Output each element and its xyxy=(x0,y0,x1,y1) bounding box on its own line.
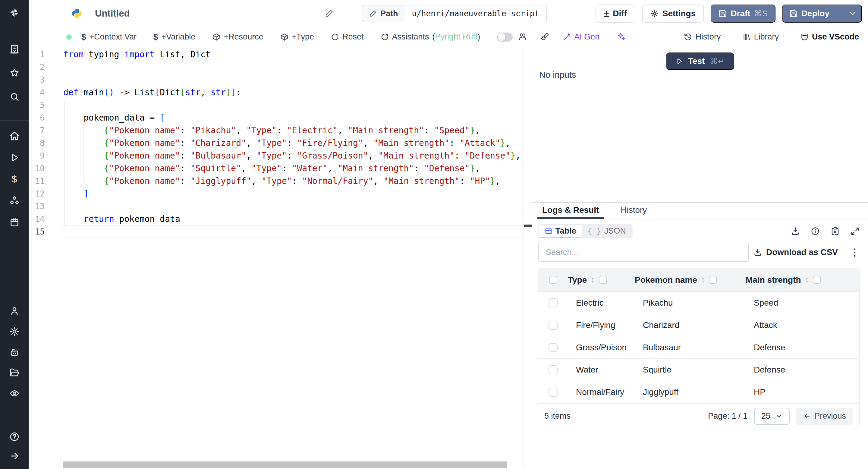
deploy-label: Deploy xyxy=(801,9,830,19)
favorites-star-icon[interactable] xyxy=(9,67,20,79)
column-header-main-strength[interactable]: Main strength ↕ xyxy=(746,275,859,285)
copy-clipboard-icon[interactable] xyxy=(831,227,840,236)
run-panel: Test ⌘↵ No inputs Logs & Result History xyxy=(532,47,868,469)
sort-icon[interactable]: ↕ xyxy=(701,275,705,285)
items-count: 5 items xyxy=(544,411,570,421)
expand-icon[interactable] xyxy=(850,227,860,236)
row-checkbox[interactable] xyxy=(549,343,558,352)
more-options-kebab-icon[interactable]: ⋮ xyxy=(850,247,860,257)
download-csv-button[interactable]: Download as CSV xyxy=(753,247,838,257)
code-line[interactable] xyxy=(63,61,521,73)
ai-gen-button[interactable]: AI Gen xyxy=(563,32,599,41)
column-header-type[interactable]: Type ↕ xyxy=(568,275,635,285)
format-brush-icon[interactable] xyxy=(540,32,550,42)
table-grid-icon xyxy=(545,227,553,235)
tab-logs-result[interactable]: Logs & Result xyxy=(537,203,604,219)
history-button[interactable]: History xyxy=(684,32,721,41)
sort-icon[interactable]: ↕ xyxy=(591,275,595,285)
multiplayer-users-icon[interactable] xyxy=(518,32,527,42)
result-tabs: Logs & Result History xyxy=(532,203,868,219)
dollar-icon: $ xyxy=(153,32,158,42)
row-checkbox[interactable] xyxy=(549,387,558,397)
add-type-button[interactable]: +Type xyxy=(280,32,314,41)
audit-logs-eye-icon[interactable] xyxy=(9,388,20,399)
code-line[interactable]: return pokemon_data xyxy=(63,213,521,225)
reset-button[interactable]: Reset xyxy=(331,32,364,41)
test-button[interactable]: Test ⌘↵ xyxy=(666,53,734,70)
path-value[interactable]: u/henri/maneuverable_script xyxy=(405,5,547,22)
diff-button[interactable]: ± Diff xyxy=(595,4,635,23)
assistants-button[interactable]: Assistants (Pyright Ruff) xyxy=(381,32,480,41)
runs-play-icon[interactable] xyxy=(9,152,20,163)
code-editor[interactable]: 123456789101112131415 from typing import… xyxy=(29,47,524,469)
schedules-calendar-icon[interactable] xyxy=(9,217,20,228)
add-resource-button[interactable]: +Resource xyxy=(212,32,263,41)
row-checkbox[interactable] xyxy=(549,321,558,330)
line-number: 12 xyxy=(29,187,44,200)
code-line[interactable]: {"Pokemon name": "Bulbasaur", "Type": "G… xyxy=(63,150,521,162)
result-search-input[interactable] xyxy=(538,243,749,262)
row-checkbox[interactable] xyxy=(549,299,558,307)
workspace-building-icon[interactable] xyxy=(9,44,20,55)
settings-button[interactable]: Settings xyxy=(642,4,704,23)
windmill-logo-icon[interactable] xyxy=(9,7,20,18)
splitter-handle[interactable] xyxy=(524,224,532,227)
sort-icon[interactable]: ↕ xyxy=(805,275,809,285)
script-path-widget[interactable]: Path u/henri/maneuverable_script xyxy=(362,5,547,22)
multiplayer-toggle[interactable] xyxy=(497,33,513,41)
view-table-button[interactable]: Table xyxy=(539,225,582,237)
table-body: ElectricPikachuSpeedFire/FlyingCharizard… xyxy=(538,292,859,403)
library-button[interactable]: Library xyxy=(742,32,779,41)
horizontal-scrollbar[interactable] xyxy=(63,462,507,468)
code-line[interactable]: from typing import List, Dict xyxy=(63,48,521,61)
search-icon[interactable] xyxy=(9,91,20,102)
deploy-button[interactable]: Deploy xyxy=(782,4,862,23)
add-variable-button[interactable]: $ +Variable xyxy=(153,32,195,42)
deploy-dropdown-toggle[interactable] xyxy=(844,5,861,22)
select-all-checkbox[interactable] xyxy=(549,276,557,284)
row-checkbox[interactable] xyxy=(549,365,558,374)
expand-sidebar-arrow-icon[interactable] xyxy=(9,450,20,462)
draft-button[interactable]: Draft ⌘S xyxy=(711,4,775,23)
code-line[interactable] xyxy=(63,225,521,238)
code-line[interactable] xyxy=(63,99,521,112)
code-line[interactable]: {"Pokemon name": "Jigglypuff", "Type": "… xyxy=(63,175,521,187)
code-line[interactable] xyxy=(63,200,521,213)
code-line[interactable]: pokemon_data = [ xyxy=(63,112,521,124)
previous-page-button[interactable]: Previous xyxy=(796,408,853,425)
dollar-icon: $ xyxy=(82,32,86,42)
panel-splitter[interactable] xyxy=(524,47,532,469)
code-line[interactable]: def main() -> List[Dict[str, str]]: xyxy=(63,86,521,99)
code-line[interactable]: {"Pokemon name": "Charizard", "Type": "F… xyxy=(63,137,521,150)
settings-gear-icon[interactable] xyxy=(9,326,20,337)
code-line[interactable]: ] xyxy=(63,187,521,200)
code-line[interactable]: {"Pokemon name": "Pikachu", "Type": "Ele… xyxy=(63,124,521,137)
page-size-select[interactable]: 25 xyxy=(754,408,789,425)
table-cell: Defense xyxy=(746,359,859,381)
column-checkbox[interactable] xyxy=(599,276,607,284)
column-checkbox[interactable] xyxy=(709,276,717,284)
rename-pencil-icon[interactable] xyxy=(324,9,334,18)
home-icon[interactable] xyxy=(9,130,20,142)
code-line[interactable]: {"Pokemon name": "Squirtle", "Type": "Wa… xyxy=(63,162,521,175)
view-json-button[interactable]: { } JSON xyxy=(582,225,631,237)
variables-dollar-icon[interactable]: $ xyxy=(9,174,20,184)
info-icon[interactable] xyxy=(811,227,820,236)
vscode-cat-icon xyxy=(801,33,809,41)
help-icon[interactable] xyxy=(9,431,20,442)
workers-robot-icon[interactable] xyxy=(9,347,20,358)
column-header-pokemon-name[interactable]: Pokemon name ↕ xyxy=(635,275,746,285)
column-checkbox[interactable] xyxy=(813,276,821,284)
add-context-var-button[interactable]: $ +Context Var xyxy=(82,32,136,42)
table-cell: Squirtle xyxy=(635,359,746,381)
download-icon[interactable] xyxy=(791,227,800,236)
use-vscode-button[interactable]: Use VScode xyxy=(801,32,859,41)
code-line[interactable] xyxy=(63,73,521,86)
folders-icon[interactable] xyxy=(9,368,20,378)
resources-boxes-icon[interactable] xyxy=(9,195,20,206)
users-person-icon[interactable] xyxy=(9,306,20,316)
tab-history[interactable]: History xyxy=(616,203,652,219)
ai-sparkles-icon[interactable] xyxy=(616,32,625,42)
table-row: Fire/FlyingCharizardAttack xyxy=(538,314,859,336)
pencil-icon xyxy=(369,10,377,18)
